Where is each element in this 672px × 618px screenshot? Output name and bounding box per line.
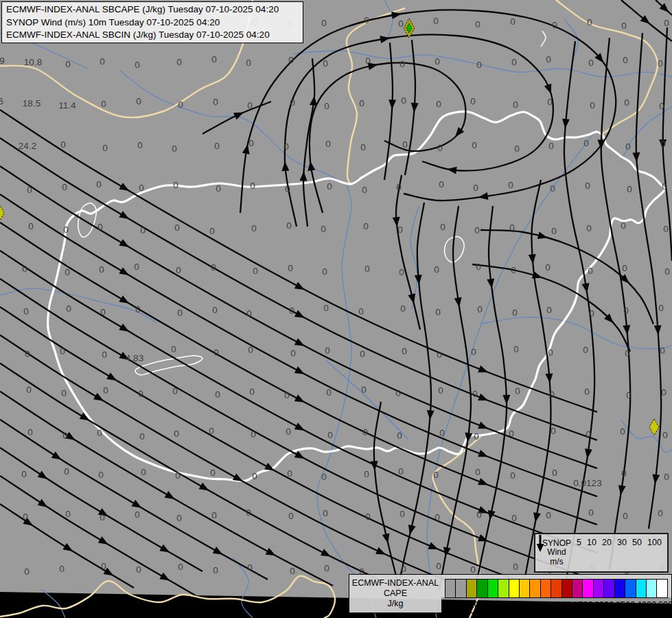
station-value: 0: [213, 97, 218, 107]
cape-colorbar-area: [441, 575, 671, 597]
synop-wind-legend: SYNOP Wind m/s 510203050100: [534, 533, 669, 573]
cape-tick-label: 4000: [637, 599, 657, 610]
station-value: 0: [472, 140, 477, 150]
station-value: 0: [551, 426, 556, 436]
station-value: 0: [513, 344, 519, 354]
station-value: 0: [103, 385, 108, 396]
station-value: 0: [397, 225, 403, 235]
station-value: 0: [511, 265, 516, 275]
station-value: 0: [623, 55, 628, 65]
station-value: 0: [288, 55, 294, 65]
station-value: 0: [327, 430, 333, 440]
station-value: 0: [515, 386, 520, 396]
synop-speed-column: 20: [602, 536, 612, 570]
station-value: 0: [323, 508, 328, 518]
station-value: 0: [509, 428, 514, 439]
station-value: 0: [248, 138, 254, 148]
weather-map-screenshot: 0000000000000000000000000000000000000000…: [0, 0, 672, 618]
station-value: 0: [216, 183, 221, 194]
station-value: 0: [438, 385, 443, 396]
station-value: 0: [624, 98, 629, 108]
station-value: 0: [324, 101, 329, 111]
station-value: 0: [475, 467, 480, 477]
station-value: 0: [476, 60, 482, 70]
station-value: 0: [433, 16, 439, 26]
station-value: 0: [472, 389, 478, 399]
station-value: 0: [358, 306, 364, 317]
station-value: 0: [323, 303, 329, 313]
station-value: 0: [471, 347, 476, 357]
station-value: 0: [139, 431, 145, 442]
station-value: 0: [625, 141, 631, 152]
station-value: 0: [433, 470, 439, 480]
wind-arrow-icon: [535, 534, 545, 552]
station-value: 0: [24, 566, 30, 577]
station-value: 0: [246, 507, 251, 518]
station-value: 0: [65, 267, 70, 277]
station-value: 0: [583, 345, 588, 355]
station-value: 0: [211, 262, 216, 273]
station-value: 0: [101, 561, 106, 571]
station-value: 0: [287, 468, 292, 479]
station-value: 0: [323, 58, 328, 69]
station-value: 0: [439, 428, 445, 438]
station-value: 0: [362, 427, 368, 437]
station-value: 0: [214, 141, 220, 151]
station-value: 0: [176, 57, 182, 67]
station-value: 0: [213, 565, 218, 575]
station-value: 0: [364, 469, 369, 479]
station-value: 0: [135, 60, 140, 70]
station-value: 0: [140, 225, 146, 236]
cape-tick-label: 800: [533, 599, 548, 610]
station-value: 0: [513, 562, 518, 572]
station-value: 0: [513, 100, 518, 110]
station-value: 0: [284, 390, 290, 400]
cape-color-cell: [488, 580, 498, 597]
station-value-special: 9: [0, 56, 5, 66]
station-value: 0: [215, 389, 220, 400]
station-value: 0: [586, 429, 591, 439]
station-value: 0: [136, 564, 141, 575]
synop-speed-column: 5: [577, 536, 581, 570]
station-value: 0: [621, 468, 627, 479]
station-value: 0: [402, 139, 408, 150]
station-value: 0: [61, 388, 67, 398]
station-value: 0: [660, 139, 666, 149]
wind-speed-label: 30: [617, 538, 627, 547]
station-value: 0: [360, 349, 365, 359]
station-value: 0: [175, 470, 181, 481]
station-value: 0: [546, 305, 552, 315]
station-value: 0: [546, 510, 551, 520]
station-value: 0: [321, 224, 326, 234]
station-value: 0: [324, 563, 329, 573]
station-value: 0: [512, 308, 518, 318]
station-value: 0: [435, 512, 440, 523]
station-value: 0: [248, 345, 253, 355]
station-value: 0: [470, 96, 476, 106]
station-value: 0: [363, 221, 369, 231]
cape-color-cell: [583, 580, 593, 597]
station-value: 0: [398, 19, 404, 29]
station-value: 0: [623, 511, 628, 521]
station-value-special: 4.83: [126, 353, 143, 363]
station-value: 0: [663, 224, 669, 234]
station-value: 0: [662, 181, 667, 192]
cape-color-cell: [551, 580, 561, 597]
station-value: 0: [365, 512, 371, 522]
cape-tick-label: 0: [453, 599, 458, 610]
station-value: 0: [253, 266, 258, 276]
synop-speed-column: 30: [617, 536, 627, 570]
station-value: 0: [659, 101, 664, 111]
cape-tick-label: 1000: [552, 599, 572, 610]
cape-tick-label: 600: [511, 599, 526, 610]
station-value: 0: [511, 57, 517, 67]
cape-color-cell: [509, 580, 520, 597]
station-value: 0: [548, 141, 554, 151]
cape-color-cell: [498, 580, 509, 597]
station-value: 0: [508, 180, 513, 190]
station-value: 0: [552, 468, 557, 478]
cape-tick-label: 2500: [616, 599, 636, 610]
station-value: 0: [211, 510, 217, 520]
station-value: 0: [545, 262, 551, 273]
station-value: 0: [66, 304, 71, 314]
